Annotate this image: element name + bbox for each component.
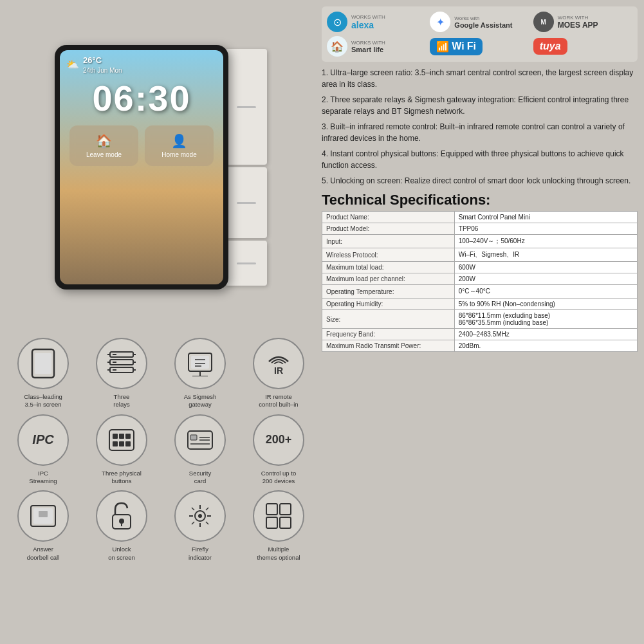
table-row: Product Name:Smart Control Panel Mini [322,212,638,223]
table-row: Size:86*86*11.5mm (excluding base) 86*86… [322,310,638,329]
table-row: Maximum Radio Transmit Power:20dBm. [322,340,638,352]
spec-value: 0°C～40°C [454,285,637,299]
side-panel [225,49,267,286]
feature-security-card: Securitycard [163,414,237,486]
feature-three-relays: Threerelays [85,338,158,409]
feature-answer-doorbell: Answerdoorbell call [6,490,80,562]
multiple-themes-label: Multiplethemes optional [257,546,300,562]
compat-logos: ⊙ WORKS WITH alexa ✦ Works with Google A… [322,6,638,62]
feature-1-text: 1. Ultra–large screen ratio: 3.5–inch sm… [322,67,638,90]
svg-point-40 [198,514,202,518]
security-card-icon [174,414,226,466]
answer-doorbell-label: Answerdoorbell call [27,546,60,562]
leave-mode-button[interactable]: 🏠 Leave mode [69,125,138,166]
compat-tuya: tuya [533,36,632,57]
device-image-area: ⛅ 26°C 24th Jun Mon 06:30 🏠 Leave mode [6,6,315,328]
svg-rect-49 [266,504,277,515]
left-column: ⛅ 26°C 24th Jun Mon 06:30 🏠 Leave mode [6,6,315,638]
feature-5-text: 5. Unlocking on screen: Realize direct c… [322,175,638,187]
home-mode-icon: 👤 [150,133,208,149]
wifi-badge: 📶WiFi [430,38,483,55]
svg-line-46 [206,522,208,524]
feature-3-text: 3. Built–in infrared remote control: Bui… [322,121,638,144]
compat-moes: M WORK WITH MOES APP [533,12,632,32]
svg-line-45 [192,508,194,510]
moes-label: WORK WITH MOES APP [558,15,598,30]
panel-mid [225,167,267,238]
table-row: Operating Temperature:0°C～40°C [322,285,638,299]
spec-value: 20dBm. [454,340,637,352]
spec-label: Operating Temperature: [322,285,455,299]
spec-label: Size: [322,310,455,329]
panel-indicator-3 [237,262,256,264]
smartlife-label: WORKS WITH Smart life [351,40,385,53]
unlock-on-screen-icon [96,490,147,542]
spec-label: Frequency Band: [322,329,455,340]
multiple-themes-icon [253,490,304,542]
control-200-label: Control up to200 devices [261,470,296,486]
spec-label: Product Name: [322,212,455,223]
table-row: Product Model:TPP06 [322,223,638,235]
svg-rect-21 [109,430,134,450]
panel-top [225,49,267,165]
unlock-on-screen-label: Unlockon screen [108,546,135,562]
spec-value: 600W [454,262,637,273]
spec-label: Wireless Protocol: [322,248,455,262]
ipc-streaming-label: IPCStreaming [29,470,57,486]
date-display: 24th Jun Mon [83,66,122,75]
home-mode-button[interactable]: 👤 Home mode [145,125,214,166]
panel-bottom [225,241,267,286]
spec-value: 200W [454,273,637,285]
feature-class-leading-screen: Class–leading3.5–in screen [6,338,80,409]
tuya-badge: tuya [533,38,567,55]
svg-rect-26 [119,441,124,446]
spec-label: Input: [322,235,455,248]
three-physical-buttons-label: Three physicalbuttons [102,470,142,486]
leave-mode-label: Leave mode [75,151,133,158]
svg-rect-24 [125,434,131,439]
class-leading-screen-icon [17,338,69,389]
firefly-indicator-icon [174,490,226,542]
svg-rect-51 [266,517,277,528]
compat-google: ✦ Works with Google Assistant [430,12,529,32]
panel-indicator-1 [237,106,256,108]
spec-label: Maximum load per channel: [322,273,455,285]
svg-point-37 [119,519,124,524]
svg-rect-5 [113,354,116,355]
compat-smartlife: 🏠 WORKS WITH Smart life [327,36,426,57]
sigmesh-gateway-label: As Sigmeshgateway [184,393,217,409]
screen-buttons: 🏠 Leave mode 👤 Home mode [60,125,223,166]
feature-2-text: 2. Three separate relays & Sigmesh gatew… [322,94,638,117]
table-row: Maximum load per channel:200W [322,273,638,285]
clock-display: 06:30 [60,77,223,119]
table-row: Frequency Band:2400–2483.5MHz [322,329,638,340]
svg-rect-22 [113,434,118,439]
google-label: Works with Google Assistant [454,15,512,29]
table-row: Input:100–240V～；50/60Hz [322,235,638,248]
svg-rect-52 [280,517,291,528]
ir-remote-label: IR remotecontrol built–in [259,393,298,409]
compat-wifi: 📶WiFi [430,36,529,57]
device-wrapper: ⛅ 26°C 24th Jun Mon 06:30 🏠 Leave mode [55,45,267,290]
spec-value: 86*86*11.5mm (excluding base) 86*86*35.5… [454,310,637,329]
svg-line-47 [206,508,208,510]
main-container: ⛅ 26°C 24th Jun Mon 06:30 🏠 Leave mode [0,0,644,644]
svg-rect-27 [125,441,131,446]
feature-sigmesh-gateway: As Sigmeshgateway [163,338,237,409]
alexa-label: WORKS WITH alexa [351,14,385,30]
svg-rect-1 [35,353,51,374]
three-relays-label: Threerelays [113,393,129,409]
tech-specs-title: Technical Specifications: [322,192,638,208]
feature-unlock-on-screen: Unlockon screen [85,490,158,562]
table-row: Maximum total load:600W [322,262,638,273]
feature-firefly-indicator: Fireflyindicator [163,490,237,562]
weather-icon: ⛅ [66,59,79,71]
table-row: Operating Humidity:5% to 90% RH (Non–con… [322,299,638,310]
spec-value: 5% to 90% RH (Non–condensing) [454,299,637,310]
svg-rect-29 [190,435,197,440]
spec-label: Product Model: [322,223,455,235]
right-column: ⊙ WORKS WITH alexa ✦ Works with Google A… [322,6,638,638]
feature-ipc-streaming: IPC IPCStreaming [6,414,80,486]
tech-specs-section: Technical Specifications: Product Name:S… [322,192,638,352]
features-list: 1. Ultra–large screen ratio: 3.5–inch sm… [322,67,638,187]
